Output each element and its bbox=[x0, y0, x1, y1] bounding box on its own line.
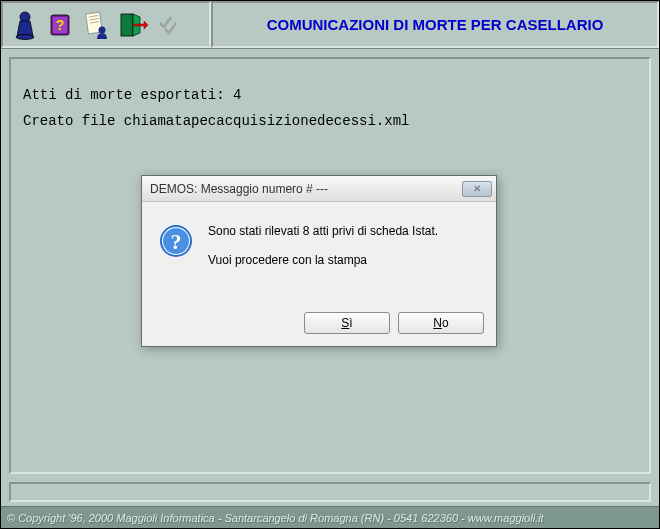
svg-rect-10 bbox=[121, 14, 133, 36]
bottom-panel bbox=[9, 482, 651, 502]
svg-text:?: ? bbox=[56, 17, 65, 33]
question-icon: ? bbox=[158, 222, 194, 286]
dialog-body: ? Sono stati rilevati 8 atti privi di sc… bbox=[142, 202, 496, 302]
message-dialog: DEMOS: Messaggio numero # --- ✕ ? Sono s… bbox=[141, 175, 497, 347]
yes-button[interactable]: Sì bbox=[304, 312, 390, 334]
header: ? bbox=[1, 1, 659, 49]
svg-point-0 bbox=[20, 12, 30, 22]
title-area: COMUNICAZIONI DI MORTE PER CASELLARIO bbox=[211, 1, 659, 48]
pawn-icon[interactable] bbox=[7, 7, 43, 43]
dialog-titlebar[interactable]: DEMOS: Messaggio numero # --- ✕ bbox=[142, 176, 496, 202]
no-button[interactable]: No bbox=[398, 312, 484, 334]
close-icon[interactable]: ✕ bbox=[462, 181, 492, 197]
help-book-icon[interactable]: ? bbox=[43, 7, 79, 43]
toolbar: ? bbox=[1, 1, 211, 48]
app-title: COMUNICAZIONI DI MORTE PER CASELLARIO bbox=[267, 16, 604, 34]
svg-point-1 bbox=[16, 34, 34, 39]
output-line: Creato file chiamatapecacquisizionedeces… bbox=[23, 113, 637, 129]
status-bar: © Copyright '96, 2000 Maggioli Informati… bbox=[1, 506, 659, 528]
checkmarks-icon[interactable] bbox=[151, 7, 187, 43]
output-line: Atti di morte esportati: 4 bbox=[23, 87, 637, 103]
svg-text:?: ? bbox=[171, 229, 182, 254]
dialog-title: DEMOS: Messaggio numero # --- bbox=[150, 182, 462, 196]
scroll-user-icon[interactable] bbox=[79, 7, 115, 43]
dialog-buttons: Sì No bbox=[142, 302, 496, 346]
svg-point-9 bbox=[99, 26, 106, 33]
dialog-message-line: Vuoi procedere con la stampa bbox=[208, 251, 480, 270]
status-text: © Copyright '96, 2000 Maggioli Informati… bbox=[7, 512, 544, 524]
exit-door-icon[interactable] bbox=[115, 7, 151, 43]
dialog-message: Sono stati rilevati 8 atti privi di sche… bbox=[208, 222, 480, 286]
dialog-message-line: Sono stati rilevati 8 atti privi di sche… bbox=[208, 222, 480, 241]
